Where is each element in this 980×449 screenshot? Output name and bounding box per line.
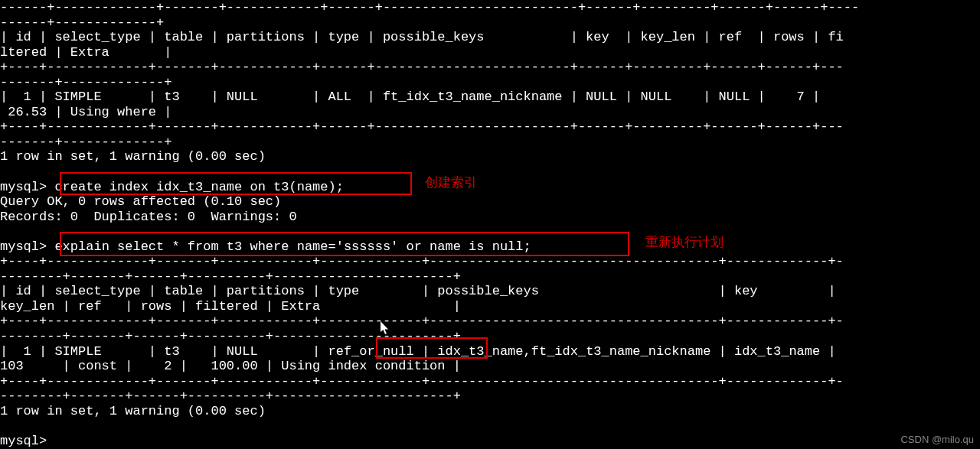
annotation-explain: 重新执行计划 bbox=[645, 235, 724, 250]
table-row: | 1 | SIMPLE | t3 | NULL | ALL | ft_idx_… bbox=[0, 89, 844, 104]
table-border: --------+-------+------+----------+-----… bbox=[0, 329, 461, 343]
table-row: 26.53 | Using where | bbox=[0, 105, 172, 119]
mysql-prompt: mysql> create index idx_t3_name on t3(na… bbox=[0, 180, 344, 194]
ref-or-null-value: ref_or_null bbox=[328, 344, 413, 359]
table-border: +----+-------------+-------+------------… bbox=[0, 374, 844, 389]
result-text: 1 row in set, 1 warning (0.00 sec) bbox=[0, 149, 266, 164]
table-border: --------+-------+------+----------+-----… bbox=[0, 269, 461, 284]
query-result: Query OK, 0 rows affected (0.10 sec) bbox=[0, 194, 281, 209]
table-border: ------+-------------+-------+-----------… bbox=[0, 0, 859, 15]
terminal-output: ------+-------------+-------+-----------… bbox=[0, 0, 980, 448]
table-header: key_len | ref | rows | filtered | Extra … bbox=[0, 299, 461, 314]
table-border: +----+-------------+-------+------------… bbox=[0, 60, 844, 74]
sql-command: create index idx_t3_name on t3(name); bbox=[54, 180, 343, 194]
watermark-text: CSDN @milo.qu bbox=[900, 434, 974, 446]
table-border: +----+-------------+-------+------------… bbox=[0, 254, 844, 268]
table-border: -------+-------------+ bbox=[0, 75, 172, 89]
records-info: Records: 0 Duplicates: 0 Warnings: 0 bbox=[0, 210, 297, 224]
table-border: -------+-------------+ bbox=[0, 135, 172, 149]
table-row: | 1 | SIMPLE | t3 | NULL | ref_or_null |… bbox=[0, 344, 836, 359]
table-border: --------+-------+------+----------+-----… bbox=[0, 389, 461, 403]
table-border: +----+-------------+-------+------------… bbox=[0, 119, 844, 134]
table-header: ltered | Extra | bbox=[0, 45, 172, 60]
table-border: +----+-------------+-------+------------… bbox=[0, 314, 844, 328]
table-row: 103 | const | 2 | 100.00 | Using index c… bbox=[0, 359, 461, 373]
table-header: | id | select_type | table | partitions … bbox=[0, 30, 844, 44]
table-header: | id | select_type | table | partitions … bbox=[0, 284, 836, 298]
sql-command: explain select * from t3 where name='sss… bbox=[54, 239, 531, 254]
table-border: ------+-------------+ bbox=[0, 15, 164, 30]
mysql-prompt: mysql> explain select * from t3 where na… bbox=[0, 239, 531, 254]
mysql-prompt[interactable]: mysql> bbox=[0, 434, 47, 448]
annotation-create-index: 创建索引 bbox=[425, 175, 477, 190]
result-text: 1 row in set, 1 warning (0.00 sec) bbox=[0, 404, 266, 418]
